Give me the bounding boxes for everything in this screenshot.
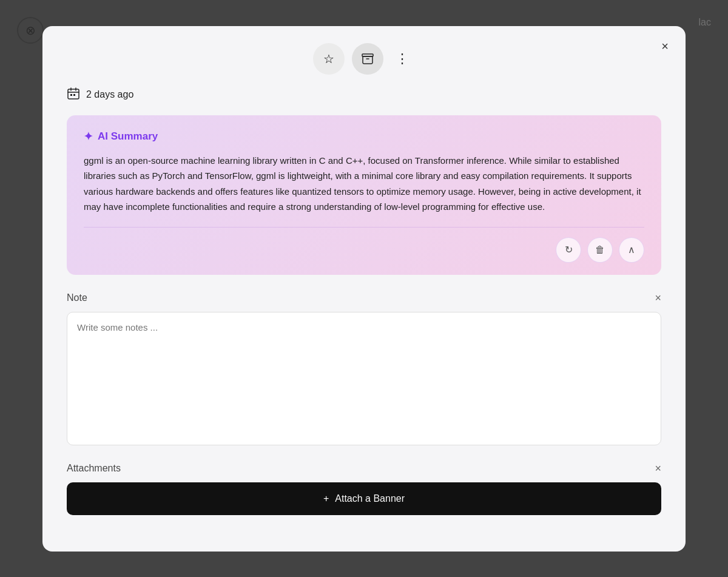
attach-banner-label: Attach a Banner	[335, 493, 405, 504]
modal-backdrop: ☆ ⋮ ×	[0, 0, 728, 577]
ai-summary-label: AI Summary	[98, 130, 158, 143]
note-section: Note ×	[67, 292, 661, 448]
detail-modal: ☆ ⋮ ×	[42, 26, 686, 552]
date-row: 2 days ago	[67, 87, 661, 103]
attachments-section: Attachments × + Attach a Banner	[67, 462, 661, 515]
sparkle-icon: ✦	[84, 130, 93, 143]
ai-summary-title: ✦ AI Summary	[84, 130, 644, 143]
close-icon: ×	[661, 39, 669, 53]
more-icon: ⋮	[396, 51, 410, 67]
archive-button[interactable]	[352, 43, 383, 75]
svg-rect-1	[68, 89, 79, 99]
note-close-icon: ×	[655, 292, 661, 304]
ai-summary-text: ggml is an open-source machine learning …	[84, 153, 644, 228]
note-section-header: Note ×	[67, 292, 661, 305]
svg-rect-2	[70, 94, 72, 96]
collapse-summary-button[interactable]: ∧	[619, 237, 644, 263]
star-button[interactable]: ☆	[313, 43, 345, 75]
note-textarea[interactable]	[67, 312, 661, 445]
more-options-button[interactable]: ⋮	[391, 49, 415, 69]
modal-header: ☆ ⋮ ×	[42, 26, 686, 87]
attachments-title: Attachments	[67, 463, 121, 474]
archive-icon	[361, 52, 374, 66]
attachments-close-button[interactable]: ×	[655, 462, 661, 475]
attach-banner-button[interactable]: + Attach a Banner	[67, 482, 661, 515]
close-button[interactable]: ×	[656, 38, 673, 55]
ai-summary-card: ✦ AI Summary ggml is an open-source mach…	[67, 115, 661, 275]
refresh-summary-button[interactable]: ↻	[556, 237, 581, 263]
star-icon: ☆	[323, 52, 334, 66]
ai-summary-actions: ↻ 🗑 ∧	[84, 237, 644, 263]
date-label: 2 days ago	[86, 89, 133, 100]
attachments-close-icon: ×	[655, 462, 661, 474]
calendar-icon	[67, 87, 80, 103]
svg-rect-3	[73, 94, 75, 96]
note-title: Note	[67, 292, 87, 303]
attachments-header: Attachments ×	[67, 462, 661, 475]
delete-summary-button[interactable]: 🗑	[587, 237, 613, 263]
modal-body: 2 days ago ✦ AI Summary ggml is an open-…	[42, 87, 686, 515]
trash-icon: 🗑	[595, 245, 605, 255]
refresh-icon: ↻	[565, 244, 573, 255]
chevron-up-icon: ∧	[628, 244, 635, 255]
attach-plus-icon: +	[323, 493, 329, 504]
note-close-button[interactable]: ×	[655, 292, 661, 305]
